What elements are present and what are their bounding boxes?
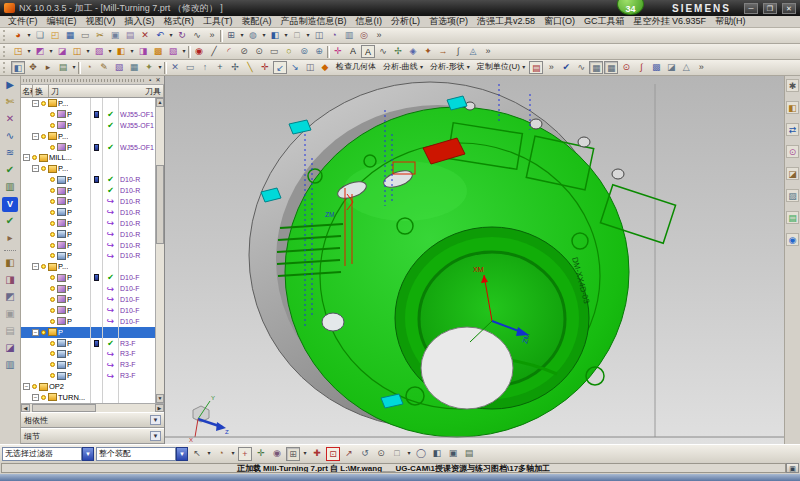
- move-component-icon[interactable]: ▸: [41, 61, 55, 74]
- expand-toggle-icon[interactable]: −: [32, 100, 39, 107]
- menu-item[interactable]: 帮助(H): [711, 15, 750, 28]
- tree-row[interactable]: −P...: [21, 163, 155, 174]
- constraint-icon[interactable]: ⊙: [786, 145, 799, 158]
- toolbar-overflow[interactable]: »: [481, 45, 495, 58]
- panel-tab-icon[interactable]: ◧: [786, 101, 799, 114]
- tree-row[interactable]: P↪D10-F: [21, 283, 155, 294]
- dropdown-arrow[interactable]: ▾: [283, 29, 289, 42]
- undo-icon[interactable]: ↶: [153, 29, 167, 42]
- separator[interactable]: [4, 250, 16, 252]
- scroll-thumb[interactable]: [32, 404, 96, 412]
- cam-tool-icon[interactable]: ◨: [2, 273, 18, 288]
- role-icon[interactable]: ◔: [327, 29, 341, 42]
- print-icon[interactable]: ▭: [78, 29, 92, 42]
- snap-edge-icon[interactable]: ▤: [462, 447, 476, 461]
- column-header[interactable]: 刀: [49, 85, 143, 97]
- tree-row[interactable]: P↪R3-F: [21, 370, 155, 381]
- tree-row[interactable]: P↪D10-F: [21, 316, 155, 327]
- visibility-bulb-icon[interactable]: [32, 155, 37, 160]
- tree-row[interactable]: P↪R3-F: [21, 348, 155, 359]
- ellipse-icon[interactable]: ⊚: [297, 45, 311, 58]
- check-geometry-button[interactable]: 检查几何体: [333, 61, 379, 74]
- gouge-check-icon[interactable]: ✔: [559, 61, 573, 74]
- check-icon[interactable]: ✔: [2, 214, 18, 229]
- column-header[interactable]: 名称: [21, 85, 33, 97]
- dropdown-arrow[interactable]: ▾: [26, 45, 32, 58]
- rectangle-icon[interactable]: ▭: [267, 45, 281, 58]
- show-hide-icon[interactable]: ◔: [82, 61, 96, 74]
- info-window-icon[interactable]: ◫: [303, 61, 317, 74]
- tree-row[interactable]: P↪D10-R: [21, 229, 155, 240]
- tree-row[interactable]: P✔WJ55-OF1: [21, 109, 155, 120]
- notebook-icon[interactable]: ▤: [529, 61, 543, 74]
- wcs-orient-icon[interactable]: ↙: [273, 61, 287, 74]
- status-options-button[interactable]: ▣: [786, 463, 799, 473]
- section-analysis-icon[interactable]: ∿: [574, 61, 588, 74]
- cam-group-icon[interactable]: ▧: [166, 45, 180, 58]
- tree-row[interactable]: P↪D10-F: [21, 305, 155, 316]
- visibility-bulb-icon[interactable]: [50, 319, 55, 324]
- collapsed-panel[interactable]: 细节 ▼: [21, 428, 164, 444]
- dropdown-arrow[interactable]: ▾: [48, 45, 54, 58]
- menu-item[interactable]: 工具(T): [199, 15, 237, 28]
- point-on-curve-icon[interactable]: ⊙: [619, 61, 633, 74]
- info-icon[interactable]: ◉: [786, 233, 799, 246]
- dropdown-arrow[interactable]: ▾: [302, 447, 308, 461]
- expand-toggle-icon[interactable]: −: [32, 329, 39, 336]
- cut-icon[interactable]: ✂: [93, 29, 107, 42]
- redo-icon[interactable]: ↻: [175, 29, 189, 42]
- expand-toggle-icon[interactable]: −: [23, 383, 30, 390]
- vector-icon[interactable]: ↑: [198, 61, 212, 74]
- scroll-thumb[interactable]: [156, 165, 164, 244]
- snap-quadrant-icon[interactable]: ◔: [214, 447, 228, 461]
- point-set-icon[interactable]: ✢: [228, 61, 242, 74]
- edit-display-icon[interactable]: ✎: [97, 61, 111, 74]
- pattern-icon[interactable]: ▤: [56, 61, 70, 74]
- visibility-bulb-icon[interactable]: [50, 199, 55, 204]
- scroll-up-icon[interactable]: ▲: [156, 98, 164, 107]
- dropdown-arrow[interactable]: ▾: [305, 29, 311, 42]
- check-geometry-icon[interactable]: ◆: [318, 61, 332, 74]
- dropdown-arrow[interactable]: ▾: [129, 45, 135, 58]
- tree-row[interactable]: P↪R3-F: [21, 359, 155, 370]
- visibility-bulb-icon[interactable]: [50, 243, 55, 248]
- snap-point-icon[interactable]: ⊡: [326, 447, 340, 461]
- toolbar-overflow[interactable]: »: [544, 61, 558, 74]
- mirror-icon[interactable]: ⇄: [786, 123, 799, 136]
- snap-circle-icon[interactable]: ⊙: [374, 447, 388, 461]
- delete-toolpath-icon[interactable]: ✕: [2, 112, 18, 127]
- circle-center-icon[interactable]: ⊙: [252, 45, 266, 58]
- spline-analysis-icon[interactable]: ∫: [634, 61, 648, 74]
- facet-icon[interactable]: ◬: [466, 45, 480, 58]
- snap-rotate-icon[interactable]: ↺: [358, 447, 372, 461]
- cam-tool-icon[interactable]: ◪: [2, 341, 18, 356]
- visibility-bulb-icon[interactable]: [50, 275, 55, 280]
- gear-icon[interactable]: ✱: [786, 79, 799, 92]
- delete-icon[interactable]: ✕: [138, 29, 152, 42]
- visibility-bulb-icon[interactable]: [41, 330, 46, 335]
- menu-item[interactable]: 产品制造信息(B): [277, 15, 351, 28]
- move-object-icon[interactable]: ▧: [112, 61, 126, 74]
- measure-icon[interactable]: ╲: [243, 61, 257, 74]
- orient-view-icon[interactable]: ◧: [268, 29, 282, 42]
- line-icon[interactable]: ╱: [207, 45, 221, 58]
- dropdown-arrow[interactable]: ▾: [107, 45, 113, 58]
- snap-midpoint-icon[interactable]: ✛: [254, 447, 268, 461]
- visibility-bulb-icon[interactable]: [32, 384, 37, 389]
- chevron-down-icon[interactable]: ▼: [150, 415, 161, 425]
- tree-row[interactable]: −MILL...: [21, 152, 155, 163]
- grid-body-icon[interactable]: ▦: [604, 61, 618, 74]
- expand-toggle-icon[interactable]: −: [32, 263, 39, 270]
- snap-tangent-icon[interactable]: ↗: [342, 447, 356, 461]
- close-button[interactable]: ✕: [782, 3, 796, 14]
- visibility-bulb-icon[interactable]: [50, 351, 55, 356]
- chevron-down-icon[interactable]: ▼: [176, 447, 188, 461]
- menu-item[interactable]: 星空外挂 V6.935F: [630, 15, 711, 28]
- point-set-icon[interactable]: ✢: [391, 45, 405, 58]
- menu-item[interactable]: 格式(R): [160, 15, 199, 28]
- tree-row[interactable]: −P: [21, 327, 155, 338]
- csys-icon[interactable]: ✛: [258, 61, 272, 74]
- assembly-constraints-icon[interactable]: ✥: [26, 61, 40, 74]
- tree-row[interactable]: P✔WJ55-OF1: [21, 142, 155, 153]
- visibility-bulb-icon[interactable]: [50, 177, 55, 182]
